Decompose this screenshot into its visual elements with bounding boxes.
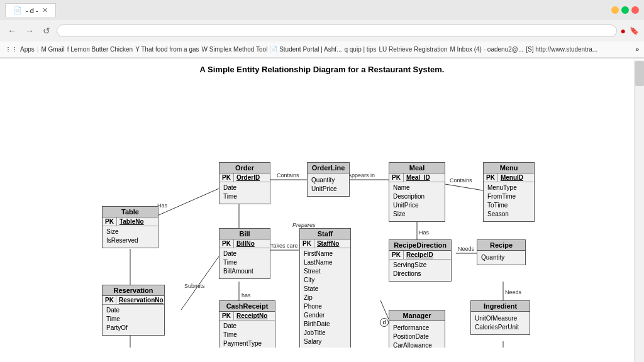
bookmark-gmail[interactable]: M Gmail: [41, 46, 64, 53]
entity-reservation: Reservation PK ReservationNo Date Time P…: [102, 285, 165, 336]
entity-order-header: Order: [219, 163, 270, 173]
bookmark-food[interactable]: Y That food from a gas: [135, 46, 199, 53]
refresh-button[interactable]: ↺: [40, 25, 53, 37]
entity-order-pk: OrderID: [234, 173, 262, 182]
entity-staff-pk-row: PK StaffNo: [300, 239, 350, 248]
svg-text:Has: Has: [419, 229, 430, 236]
field-positiondate: PositionDate: [393, 332, 441, 341]
field-joineddate: JoinedDate: [304, 346, 347, 348]
field-time: Time: [223, 331, 271, 339]
field-birthdate: BirthDate: [304, 320, 347, 329]
tab-title: - d -: [26, 7, 38, 14]
entity-orderline: OrderLine Quantity UnitPrice: [307, 162, 350, 197]
maximize-button[interactable]: [621, 6, 629, 14]
window-controls: [611, 6, 639, 14]
forward-button[interactable]: →: [23, 25, 36, 37]
field-billamount: BillAmount: [223, 267, 266, 276]
browser-icon-opera: ●: [621, 26, 626, 36]
field-description: Description: [393, 192, 441, 201]
entity-reservation-header: Reservation: [103, 285, 164, 296]
pk-label: PK: [219, 239, 234, 248]
field-time: Time: [223, 192, 266, 201]
entity-meal-body: Name Description UnitPrice Size: [389, 182, 445, 221]
field-paymenttype: PaymentType: [223, 339, 271, 348]
entity-manager-header: Manager: [389, 310, 445, 321]
entity-meal-pk-row: PK Meal_ID: [389, 173, 445, 182]
minimize-button[interactable]: [611, 6, 619, 14]
field-time: Time: [223, 258, 266, 267]
entity-cashreceipt-pk: ReceiptNo: [234, 312, 270, 320]
field-date: Date: [223, 322, 271, 331]
more-bookmarks[interactable]: »: [635, 46, 639, 53]
entity-recipe-direction: RecipeDirection PK RecipeID ServingSize …: [389, 239, 452, 282]
entity-recipedirection-header: RecipeDirection: [389, 240, 451, 251]
field-directions: Directions: [393, 270, 447, 278]
pk-label: PK: [389, 173, 404, 182]
pk-label: PK: [484, 173, 498, 182]
svg-text:Needs: Needs: [505, 289, 522, 295]
svg-line-4: [445, 184, 483, 190]
field-size: Size: [106, 228, 154, 236]
entity-cashreceipt-body: Date Time PaymentType TotalAmount: [219, 321, 275, 348]
svg-text:Contains: Contains: [450, 177, 472, 184]
scrollbar-vertical[interactable]: [634, 60, 644, 348]
svg-line-17: [181, 256, 219, 310]
bookmark-student2[interactable]: [S] http://www.studentra...: [526, 46, 597, 53]
tab-favicon: 📄: [13, 6, 22, 14]
bookmark-lemon[interactable]: f Lemon Butter Chicken: [67, 46, 133, 53]
entity-recipe: Recipe Quantity: [477, 239, 526, 265]
entity-table-header: Table: [103, 207, 158, 217]
bookmark-inbox[interactable]: M Inbox (4) - oadenu2@...: [450, 46, 523, 53]
bookmark-simplex[interactable]: W Simplex Method Tool: [202, 46, 268, 53]
pk-label: PK: [103, 296, 116, 304]
field-quantity: Quantity: [481, 253, 521, 262]
field-menutype: MenuType: [487, 184, 530, 192]
entity-menu-header: Menu: [484, 163, 534, 173]
entity-bill-pk: BillNo: [234, 239, 257, 248]
field-street: Street: [304, 267, 347, 276]
entity-ingredient-header: Ingredient: [471, 301, 530, 312]
svg-text:Appears in: Appears in: [348, 172, 375, 178]
entity-recipedirection-pk-row: PK RecipeID: [389, 251, 451, 260]
entity-meal-pk: Meal_ID: [404, 173, 433, 182]
bookmarks-bar: ⋮⋮ Apps | M Gmail f Lemon Butter Chicken…: [0, 41, 644, 58]
back-button[interactable]: ←: [5, 25, 19, 37]
scrollbar-thumb[interactable]: [635, 61, 644, 86]
bookmark-student[interactable]: 📄 Student Portal | Ashf...: [270, 46, 341, 53]
svg-line-6: [155, 189, 219, 217]
field-partyof: PartyOf: [106, 324, 160, 332]
entity-bill-pk-row: PK BillNo: [219, 239, 270, 248]
apps-grid-icon: ⋮⋮: [5, 46, 18, 53]
pk-label: PK: [219, 173, 234, 182]
browser-icon-addon: 🔖: [630, 26, 639, 35]
entity-cashreceipt-pk-row: PK ReceiptNo: [219, 312, 275, 321]
field-salary: Salary: [304, 337, 347, 346]
field-servingsize: ServingSize: [393, 261, 447, 270]
field-fromtime: FromTime: [487, 192, 530, 201]
entity-recipe-body: Quantity: [477, 251, 525, 265]
address-bar[interactable]: [57, 25, 617, 37]
bookmark-retrieve[interactable]: LU Retrieve Registration: [379, 46, 447, 53]
entity-cashreceipt-header: CashReceipt: [219, 301, 275, 312]
pk-label: PK: [103, 217, 117, 226]
entity-ingredient: Ingredient UnitOfMeasure CaloriesPerUnit: [470, 300, 530, 335]
field-firstname: FirstName: [304, 250, 347, 258]
browser-tab[interactable]: 📄 - d - ✕: [5, 3, 56, 17]
relationship-d-staff-manager: d: [380, 318, 389, 327]
bookmark-apps[interactable]: Apps: [20, 46, 35, 53]
entity-orderline-body: Quantity UnitPrice: [308, 173, 349, 196]
bookmark-quip[interactable]: q quip | tips: [344, 46, 376, 53]
entity-manager-body: Performance PositionDate CarAllowance Mo…: [389, 321, 445, 348]
svg-text:Has: Has: [157, 202, 168, 209]
entity-menu-pk: MenuID: [498, 173, 526, 182]
field-season: Season: [487, 210, 530, 219]
tab-area: 📄 - d - ✕: [5, 3, 56, 17]
entity-bill-header: Bill: [219, 229, 270, 239]
entity-order-pk-row: PK OrderID: [219, 173, 270, 182]
close-button[interactable]: [631, 6, 639, 14]
field-carallowance: CarAllowance: [393, 341, 441, 348]
field-date: Date: [106, 306, 160, 315]
field-unitprice: UnitPrice: [393, 201, 441, 210]
field-date: Date: [223, 184, 266, 192]
tab-close-button[interactable]: ✕: [42, 6, 48, 14]
